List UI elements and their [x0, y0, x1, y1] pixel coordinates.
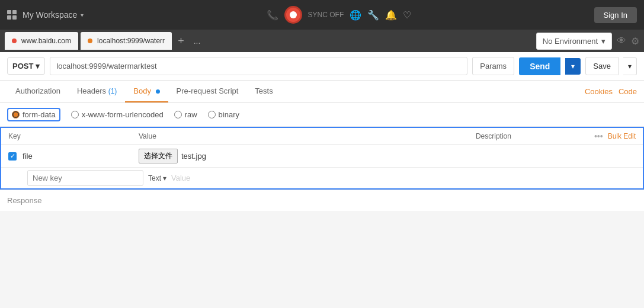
form-data-table: Key Value Description ••• Bulk Edit ✓ fi…: [0, 127, 644, 190]
type-chevron-icon: ▾: [163, 174, 166, 182]
form-data-radio[interactable]: [12, 111, 20, 118]
workspace-name: My Workspace: [23, 10, 77, 20]
chevron-down-icon: ▾: [81, 12, 84, 18]
bell-icon[interactable]: 🔔: [385, 9, 397, 21]
table-actions: ••• Bulk Edit: [594, 131, 636, 141]
tab-dot: [88, 38, 92, 43]
row-checkbox-container: ✓: [8, 152, 23, 161]
tab-baidu[interactable]: www.baidu.com: [5, 32, 78, 50]
grid-icon[interactable]: [7, 10, 17, 20]
row-value-cell: 选择文件 test.jpg: [139, 149, 517, 163]
save-button[interactable]: Save: [585, 57, 619, 75]
radar-icon[interactable]: [284, 6, 302, 24]
tab-more-button[interactable]: ...: [190, 36, 204, 46]
binary-radio[interactable]: [208, 111, 216, 118]
new-key-input[interactable]: [27, 170, 143, 186]
save-dropdown-button[interactable]: ▾: [623, 57, 637, 75]
tab-authorization[interactable]: Authorization: [7, 81, 69, 102]
raw-option[interactable]: raw: [174, 110, 197, 119]
heart-icon[interactable]: ♡: [403, 9, 411, 21]
tab-localhost-label: localhost:9999/waterr: [97, 37, 165, 45]
env-chevron-icon: ▾: [601, 37, 605, 46]
tab-add-button[interactable]: +: [174, 35, 188, 47]
tab-localhost[interactable]: localhost:9999/waterr: [81, 32, 172, 50]
method-label: POST: [12, 62, 33, 70]
env-select-label: No Environment: [543, 37, 598, 46]
response-section: Response: [0, 190, 644, 211]
value-header: Value: [139, 132, 476, 140]
url-input[interactable]: [50, 57, 467, 75]
body-options: form-data x-www-form-urlencoded raw bina…: [0, 103, 644, 127]
row-checkbox[interactable]: ✓: [8, 152, 17, 161]
headers-badge: (1): [108, 87, 117, 95]
env-gear-button[interactable]: ⚙: [631, 36, 639, 47]
workspace-label[interactable]: My Workspace ▾: [23, 10, 84, 20]
request-tabs: Authorization Headers (1) Body Pre-reque…: [0, 81, 644, 103]
table-header: Key Value Description ••• Bulk Edit: [1, 128, 643, 145]
globe-icon[interactable]: 🌐: [350, 9, 361, 21]
new-value-placeholder: Value: [171, 174, 190, 182]
wrench-icon[interactable]: 🔧: [367, 9, 379, 21]
request-bar: POST ▾ Params Send ▾ Save ▾: [0, 52, 644, 81]
three-dots-icon[interactable]: •••: [594, 131, 603, 141]
file-name-label: test.jpg: [181, 152, 206, 161]
bulk-edit-button[interactable]: Bulk Edit: [608, 132, 636, 140]
tab-right-links: Cookies Code: [585, 87, 637, 96]
new-key-row: Text ▾ Value: [1, 168, 643, 188]
method-chevron-icon: ▾: [36, 62, 40, 70]
env-eye-button[interactable]: 👁: [617, 36, 626, 46]
response-label: Response: [7, 196, 42, 205]
tab-pre-request[interactable]: Pre-request Script: [168, 81, 247, 102]
key-header: Key: [8, 132, 139, 140]
choose-file-button[interactable]: 选择文件: [139, 149, 178, 163]
tab-body[interactable]: Body: [125, 81, 168, 102]
raw-radio[interactable]: [174, 111, 182, 118]
sign-in-button[interactable]: Sign In: [594, 7, 637, 23]
send-button[interactable]: Send: [519, 57, 560, 75]
urlencoded-radio[interactable]: [71, 111, 79, 118]
env-select-dropdown[interactable]: No Environment ▾: [536, 33, 612, 50]
type-select-dropdown[interactable]: Text ▾: [148, 174, 166, 182]
tab-tests[interactable]: Tests: [246, 81, 281, 102]
method-select[interactable]: POST ▾: [7, 57, 45, 75]
send-dropdown-button[interactable]: ▾: [565, 58, 581, 75]
tab-dot: [12, 38, 17, 43]
binary-option[interactable]: binary: [208, 110, 239, 119]
row-key-cell: file: [23, 152, 139, 161]
tab-baidu-label: www.baidu.com: [21, 37, 71, 45]
cookies-link[interactable]: Cookies: [585, 87, 613, 96]
nav-left: My Workspace ▾: [7, 10, 84, 20]
phone-icon[interactable]: 📞: [267, 9, 278, 21]
env-bar: No Environment ▾ 👁 ⚙: [536, 33, 639, 50]
form-data-option[interactable]: form-data: [7, 108, 60, 121]
sync-status: SYNC OFF: [308, 11, 344, 19]
body-dot: [156, 89, 160, 94]
params-button[interactable]: Params: [472, 57, 514, 75]
code-link[interactable]: Code: [619, 87, 637, 96]
nav-center: 📞 SYNC OFF 🌐 🔧 🔔 ♡: [267, 6, 412, 24]
urlencoded-option[interactable]: x-www-form-urlencoded: [71, 110, 164, 119]
desc-header: Description: [476, 132, 594, 140]
table-row: ✓ file 选择文件 test.jpg: [1, 145, 643, 168]
tab-bar: www.baidu.com localhost:9999/waterr + ..…: [0, 30, 644, 52]
top-navigation: My Workspace ▾ 📞 SYNC OFF 🌐 🔧 🔔 ♡ Sign I…: [0, 0, 644, 30]
type-label: Text: [148, 174, 161, 182]
tab-headers[interactable]: Headers (1): [69, 81, 125, 102]
